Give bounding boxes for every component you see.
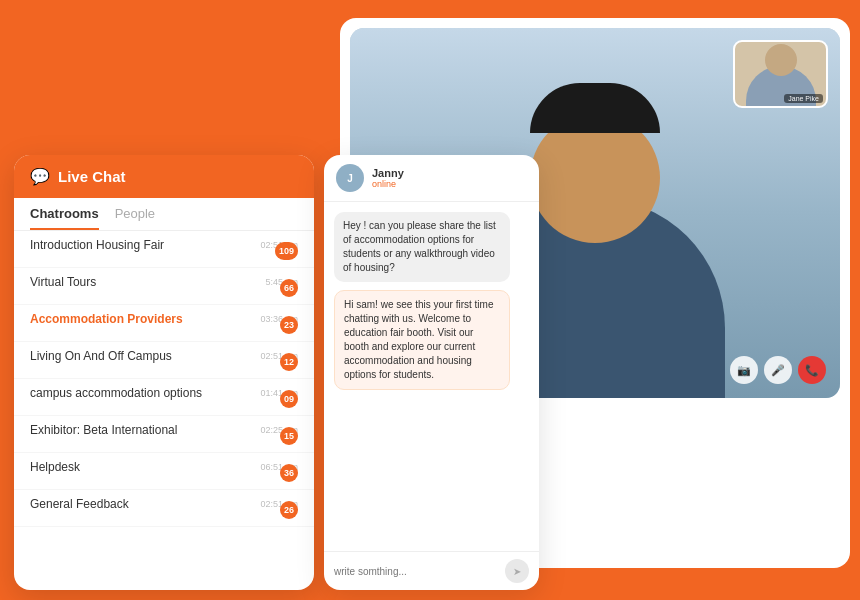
- chatroom-name: Exhibitor: Beta International: [30, 423, 177, 437]
- message-bubble: Hi sam! we see this your first time chat…: [334, 290, 510, 390]
- conv-input-area: ➤: [324, 551, 539, 590]
- chatroom-item[interactable]: Exhibitor: Beta International02:25 pm15: [14, 416, 314, 453]
- chat-header: 💬 Live Chat: [14, 155, 314, 198]
- conversation-panel: J Janny online Hey ! can you please shar…: [324, 155, 539, 590]
- chat-icon: 💬: [30, 167, 50, 186]
- chatroom-item[interactable]: Virtual Tours5:45 am66: [14, 268, 314, 305]
- send-button[interactable]: ➤: [505, 559, 529, 583]
- chatroom-name: General Feedback: [30, 497, 129, 511]
- conv-avatar: J: [336, 164, 364, 192]
- message-input[interactable]: [334, 566, 499, 577]
- chatroom-item[interactable]: Living On And Off Campus02:51 pm12: [14, 342, 314, 379]
- chatroom-badge: 15: [280, 427, 298, 445]
- chatroom-list: Introduction Housing Fair02:51 pm109Virt…: [14, 231, 314, 590]
- conv-header: J Janny online: [324, 155, 539, 202]
- chatroom-item[interactable]: Accommodation Providers03:36 pm23: [14, 305, 314, 342]
- thumb-head: [765, 44, 797, 76]
- cam-button[interactable]: 📷: [730, 356, 758, 384]
- conv-status: online: [372, 179, 404, 189]
- thumb-label: Jane Pike: [784, 94, 823, 103]
- chat-header-label: Live Chat: [58, 168, 126, 185]
- chatroom-badge: 66: [280, 279, 298, 297]
- mic-button[interactable]: 🎤: [764, 356, 792, 384]
- conv-name: Janny: [372, 167, 404, 179]
- chatroom-item[interactable]: Introduction Housing Fair02:51 pm109: [14, 231, 314, 268]
- end-call-button[interactable]: 📞: [798, 356, 826, 384]
- chatroom-badge: 09: [280, 390, 298, 408]
- chatroom-badge: 36: [280, 464, 298, 482]
- chatroom-item[interactable]: Helpdesk06:51 pm36: [14, 453, 314, 490]
- chatroom-name: Helpdesk: [30, 460, 80, 474]
- video-thumbnail: Jane Pike: [733, 40, 828, 108]
- person-hair: [530, 83, 660, 133]
- chatroom-name: Introduction Housing Fair: [30, 238, 164, 252]
- chatroom-badge: 26: [280, 501, 298, 519]
- chatroom-name: Virtual Tours: [30, 275, 96, 289]
- chatroom-item[interactable]: General Feedback02:51 pm26: [14, 490, 314, 527]
- conv-info: Janny online: [372, 167, 404, 189]
- conv-messages: Hey ! can you please share the list of a…: [324, 202, 539, 551]
- tab-chatrooms[interactable]: Chatrooms: [30, 206, 99, 230]
- chat-tabs: Chatrooms People: [14, 198, 314, 231]
- chatroom-name: campus accommodation options: [30, 386, 202, 400]
- chatroom-item[interactable]: campus accommodation options01:41 pm09: [14, 379, 314, 416]
- tab-people[interactable]: People: [115, 206, 155, 230]
- chatroom-name: Accommodation Providers: [30, 312, 183, 326]
- chatroom-name: Living On And Off Campus: [30, 349, 172, 363]
- chatroom-badge: 12: [280, 353, 298, 371]
- video-controls: 📷 🎤 📞: [730, 356, 826, 384]
- message-bubble: Hey ! can you please share the list of a…: [334, 212, 510, 282]
- chatroom-badge: 23: [280, 316, 298, 334]
- chat-panel: 💬 Live Chat Chatrooms People Introductio…: [14, 155, 314, 590]
- chatroom-badge: 109: [275, 242, 298, 260]
